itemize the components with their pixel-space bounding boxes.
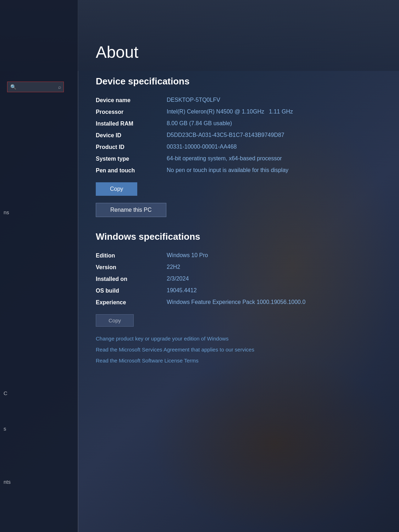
spec-value-experience: Windows Feature Experience Pack 1000.190… [167, 299, 381, 305]
rename-pc-button[interactable]: Rename this PC [96, 203, 166, 217]
spec-row-edition: Edition Windows 10 Pro [96, 252, 381, 259]
sidebar-label-c: C [4, 390, 7, 396]
spec-row-pen-touch: Pen and touch No pen or touch input is a… [96, 167, 381, 174]
spec-value-device-name: DESKTOP-5TQ0LFV [167, 97, 381, 103]
spec-label-experience: Experience [96, 299, 167, 306]
sidebar-label-ns: ns [4, 209, 9, 215]
sidebar: ⌕ ns C s nts [0, 0, 78, 532]
page-title: About [96, 43, 381, 62]
spec-row-device-id: Device ID D5DD23CB-A031-43C5-B1C7-8143B9… [96, 132, 381, 139]
spec-value-ram: 8.00 GB (7.84 GB usable) [167, 120, 381, 127]
spec-value-product-id: 00331-10000-00001-AA468 [167, 144, 381, 150]
device-specs-table: Device name DESKTOP-5TQ0LFV Processor In… [96, 97, 381, 174]
spec-label-system-type: System type [96, 155, 167, 162]
windows-copy-button[interactable]: Copy [96, 314, 134, 327]
spec-label-installed-on: Installed on [96, 276, 167, 282]
spec-label-device-id: Device ID [96, 132, 167, 139]
spec-row-system-type: System type 64-bit operating system, x64… [96, 155, 381, 162]
spec-row-os-build: OS build 19045.4412 [96, 287, 381, 294]
link-license-terms[interactable]: Read the Microsoft Software License Term… [96, 358, 381, 364]
spec-row-ram: Installed RAM 8.00 GB (7.84 GB usable) [96, 120, 381, 127]
windows-specs-title: Windows specifications [96, 231, 381, 242]
spec-label-device-name: Device name [96, 97, 167, 104]
spec-value-system-type: 64-bit operating system, x64-based proce… [167, 155, 381, 162]
search-container[interactable]: ⌕ [7, 82, 64, 92]
device-specs-title: Device specifications [96, 76, 381, 87]
spec-row-experience: Experience Windows Feature Experience Pa… [96, 299, 381, 306]
spec-value-os-build: 19045.4412 [167, 287, 381, 294]
spec-label-edition: Edition [96, 252, 167, 259]
spec-row-product-id: Product ID 00331-10000-00001-AA468 [96, 144, 381, 150]
windows-specs-table: Edition Windows 10 Pro Version 22H2 Inst… [96, 252, 381, 306]
spec-row-version: Version 22H2 [96, 264, 381, 271]
sidebar-label-nts: nts [4, 479, 11, 485]
spec-row-device-name: Device name DESKTOP-5TQ0LFV [96, 97, 381, 104]
spec-row-installed-on: Installed on 2/3/2024 [96, 276, 381, 282]
spec-value-pen-touch: No pen or touch input is available for t… [167, 167, 381, 173]
spec-label-product-id: Product ID [96, 144, 167, 150]
link-services-agreement[interactable]: Read the Microsoft Services Agreement th… [96, 347, 381, 353]
spec-value-edition: Windows 10 Pro [167, 252, 381, 259]
spec-label-os-build: OS build [96, 287, 167, 294]
spec-value-version: 22H2 [167, 264, 381, 270]
spec-label-pen-touch: Pen and touch [96, 167, 167, 174]
spec-label-ram: Installed RAM [96, 120, 167, 127]
spec-value-installed-on: 2/3/2024 [167, 276, 381, 282]
spec-label-version: Version [96, 264, 167, 271]
main-content: About Device specifications Device name … [78, 0, 399, 532]
spec-label-processor: Processor [96, 109, 167, 115]
spec-row-processor: Processor Intel(R) Celeron(R) N4500 @ 1.… [96, 109, 381, 115]
spec-value-device-id: D5DD23CB-A031-43C5-B1C7-8143B9749D87 [167, 132, 381, 138]
spec-value-processor: Intel(R) Celeron(R) N4500 @ 1.10GHz 1.11… [167, 109, 381, 115]
device-copy-button[interactable]: Copy [96, 182, 137, 196]
link-product-key[interactable]: Change product key or upgrade your editi… [96, 336, 381, 342]
search-icon: ⌕ [58, 84, 61, 90]
sidebar-label-s: s [4, 426, 6, 432]
search-input[interactable] [7, 82, 64, 92]
